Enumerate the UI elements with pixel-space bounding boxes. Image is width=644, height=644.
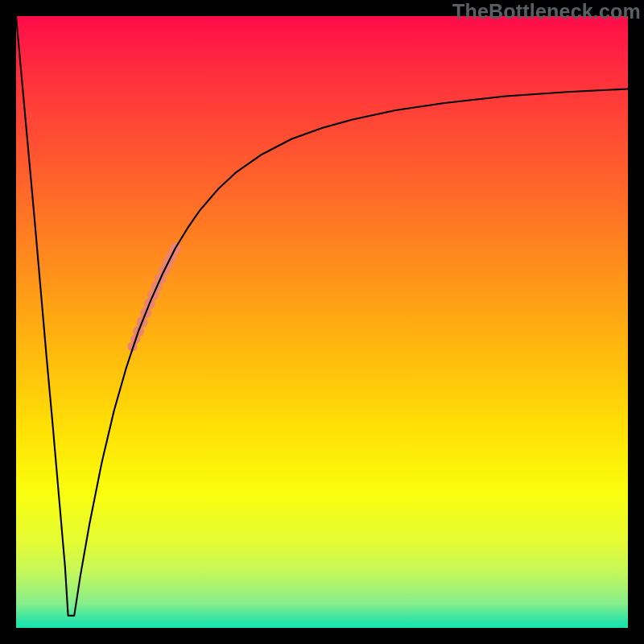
bottleneck-curve	[16, 16, 628, 616]
watermark-text: TheBottleneck.com	[452, 0, 641, 23]
highlight-dots	[127, 243, 180, 352]
curve-layer	[16, 16, 628, 628]
plot-area	[16, 16, 628, 628]
chart-container: TheBottleneck.com	[0, 0, 644, 644]
